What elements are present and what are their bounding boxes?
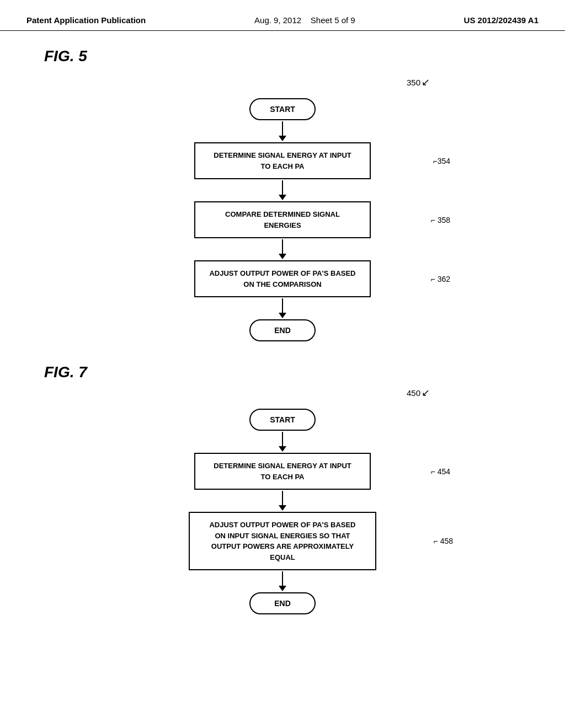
figure-5-section: FIG. 5 350 ↙ START — [33, 47, 532, 341]
arrow-line — [282, 491, 283, 505]
fig5-step354-box: DETERMINE SIGNAL ENERGY AT INPUT TO EACH… — [194, 142, 371, 179]
arrow-head — [279, 136, 286, 141]
fig7-ref458-slash: ⌐ — [434, 537, 438, 545]
fig7-step454-row: DETERMINE SIGNAL ENERGY AT INPUT TO EACH… — [33, 453, 532, 490]
fig5-ref358-num: 358 — [438, 216, 450, 224]
patent-number: US 2012/202439 A1 — [464, 15, 539, 25]
fig5-start-label: START — [270, 105, 295, 114]
fig5-ref354: ⌐ 354 — [433, 157, 450, 165]
fig5-ref354-num: 354 — [438, 157, 450, 165]
fig5-flowchart: 350 ↙ START DETERMINE SIGNAL ENERGY AT I… — [33, 71, 532, 341]
sheet-label: Sheet 5 of 9 — [311, 15, 355, 25]
fig5-ref358-slash: ⌐ — [431, 216, 435, 224]
fig7-end-row: END — [33, 592, 532, 614]
fig5-step358-label: COMPARE DETERMINED SIGNAL ENERGIES — [225, 210, 340, 229]
page-header: Patent Application Publication Aug. 9, 2… — [0, 0, 565, 31]
fig5-arrow-1 — [279, 120, 286, 142]
arrow-line — [282, 571, 283, 586]
fig5-ref-num: 350 — [407, 78, 420, 87]
fig7-start-row: START — [33, 409, 532, 431]
main-content: FIG. 5 350 ↙ START — [0, 31, 565, 653]
fig7-ref454: ⌐ 454 — [431, 467, 450, 476]
arrow-head — [279, 505, 286, 511]
fig5-step354-row: DETERMINE SIGNAL ENERGY AT INPUT TO EACH… — [33, 142, 532, 179]
arrow-head — [279, 195, 286, 200]
date-label: Aug. 9, 2012 — [254, 15, 301, 25]
fig5-ref-arrow: ↙ — [422, 76, 430, 88]
publication-label: Patent Application Publication — [26, 15, 146, 25]
fig7-flowchart: 450 ↙ START DETERMINE SIGNAL ENERGY AT I… — [33, 387, 532, 614]
fig7-start-box: START — [249, 409, 316, 431]
arrow-line — [282, 432, 283, 446]
arrow-line — [282, 298, 283, 313]
fig7-main-ref: 450 ↙ — [407, 387, 430, 399]
fig5-ref362-num: 362 — [438, 275, 450, 283]
fig5-start-row: START — [33, 98, 532, 120]
fig7-ref-num: 450 — [407, 388, 420, 398]
fig5-end-label: END — [274, 326, 291, 335]
arrow-line — [282, 121, 283, 136]
fig7-end-label: END — [274, 599, 291, 608]
fig7-step458-box: ADJUST OUTPUT POWER OF PA'S BASED ON INP… — [189, 512, 376, 570]
fig5-step362-label: ADJUST OUTPUT POWER OF PA'S BASED ON THE… — [209, 269, 355, 288]
fig7-step454-box: DETERMINE SIGNAL ENERGY AT INPUT TO EACH… — [194, 453, 371, 490]
fig7-ref458-num: 458 — [440, 537, 453, 545]
fig5-label: FIG. 5 — [44, 47, 532, 65]
fig7-ref-area: 450 ↙ — [33, 387, 532, 409]
fig5-step362-box: ADJUST OUTPUT POWER OF PA'S BASED ON THE… — [194, 260, 371, 297]
fig7-ref454-num: 454 — [438, 467, 450, 476]
fig7-ref-arrow: ↙ — [422, 387, 430, 399]
fig7-ref454-slash: ⌐ — [431, 467, 435, 476]
figure-7-section: FIG. 7 450 ↙ START — [33, 363, 532, 614]
fig7-arrow-3 — [279, 570, 286, 592]
fig7-label: FIG. 7 — [44, 363, 532, 381]
fig5-ref358: ⌐ 358 — [431, 216, 450, 224]
fig5-ref-area: 350 ↙ — [33, 76, 532, 98]
fig5-end-row: END — [33, 319, 532, 341]
fig5-step354-label: DETERMINE SIGNAL ENERGY AT INPUT TO EACH… — [214, 151, 351, 170]
fig7-arrow-2 — [279, 490, 286, 512]
fig7-ref458: ⌐ 458 — [434, 537, 453, 545]
fig7-start-label: START — [270, 415, 295, 424]
fig5-arrow-2 — [279, 179, 286, 201]
arrow-line — [282, 239, 283, 254]
arrow-head — [279, 313, 286, 318]
fig5-ref362-slash: ⌐ — [431, 275, 435, 283]
arrow-line — [282, 180, 283, 195]
arrow-head — [279, 446, 286, 452]
fig5-arrow-3 — [279, 238, 286, 260]
fig5-ref362: ⌐ 362 — [431, 275, 450, 283]
fig5-step362-row: ADJUST OUTPUT POWER OF PA'S BASED ON THE… — [33, 260, 532, 297]
arrow-head — [279, 254, 286, 259]
fig5-arrow-4 — [279, 297, 286, 319]
fig5-start-box: START — [249, 98, 316, 120]
fig7-arrow-1 — [279, 431, 286, 453]
fig5-step358-row: COMPARE DETERMINED SIGNAL ENERGIES ⌐ 358 — [33, 201, 532, 238]
fig5-end-box: END — [249, 319, 316, 341]
fig5-step358-box: COMPARE DETERMINED SIGNAL ENERGIES — [194, 201, 371, 238]
arrow-head — [279, 586, 286, 591]
fig7-step458-label: ADJUST OUTPUT POWER OF PA'S BASED ON INP… — [209, 521, 355, 561]
fig7-step458-row: ADJUST OUTPUT POWER OF PA'S BASED ON INP… — [33, 512, 532, 570]
fig7-end-box: END — [249, 592, 316, 614]
fig5-ref354-slash: ⌐ — [433, 157, 437, 165]
fig5-main-ref: 350 ↙ — [407, 76, 430, 88]
sheet-info: Aug. 9, 2012 Sheet 5 of 9 — [254, 15, 355, 25]
fig7-step454-label: DETERMINE SIGNAL ENERGY AT INPUT TO EACH… — [214, 462, 351, 481]
